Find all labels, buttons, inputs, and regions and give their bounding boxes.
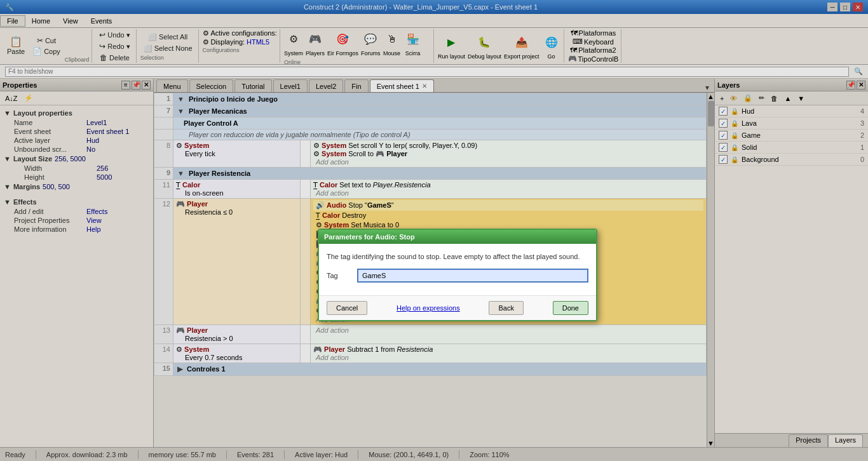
panel-close-btn[interactable]: ✕	[142, 81, 151, 90]
layout-size-header[interactable]: ▼ Layout Size 256, 5000	[4, 154, 149, 164]
delete-layer-button[interactable]: 🗑	[768, 93, 780, 104]
copy-button[interactable]: 📄 Copy	[29, 46, 64, 57]
system-button[interactable]: ⚙	[285, 29, 302, 50]
audio-obj[interactable]: Audio	[327, 201, 346, 209]
sort-az-button[interactable]: A↓Z	[3, 93, 20, 104]
layout-section-header[interactable]: ▼ Layout properties	[4, 108, 149, 118]
tab-projects[interactable]: Projects	[789, 434, 828, 447]
cut-button[interactable]: ✂ Cut	[29, 36, 64, 46]
dialog-cancel-button[interactable]: Cancel	[327, 301, 367, 315]
calor-obj[interactable]: Calor	[182, 181, 200, 189]
mouse-button[interactable]: 🖱	[383, 29, 401, 50]
system14-obj[interactable]: System	[184, 345, 209, 353]
redo-button[interactable]: ↪ Redo ▾	[96, 41, 133, 52]
tipocontrolb-item[interactable]: 🎮 TipoControlB	[568, 55, 619, 63]
menu-home[interactable]: Home	[25, 16, 57, 26]
tab-layers[interactable]: Layers	[828, 434, 863, 447]
eye-button[interactable]: 👁	[728, 93, 740, 104]
tab-seleccion[interactable]: Seleccion	[189, 79, 234, 92]
view-link[interactable]: View	[86, 217, 102, 224]
dialog-tag-input[interactable]	[357, 269, 588, 283]
move-down-layer-button[interactable]: ▼	[795, 93, 807, 104]
player-obj[interactable]: Player	[187, 200, 208, 208]
event-sheet-scrollbar[interactable]: ▲ ▼	[707, 93, 714, 447]
menu-view[interactable]: View	[57, 16, 85, 26]
expand-controles-btn[interactable]: ▶	[177, 365, 182, 373]
layer-game-visible[interactable]: ✓	[719, 131, 728, 140]
select-all-button[interactable]: ⬜ Select All	[140, 32, 196, 43]
menu-events[interactable]: Events	[85, 16, 119, 26]
add-layer-button[interactable]: +	[717, 93, 726, 104]
paste-button[interactable]: 📋 Paste	[4, 35, 28, 58]
keyboard-item[interactable]: ⌨ Keyboard	[573, 37, 614, 46]
panel-toolbar-btn1[interactable]: ≡	[121, 81, 130, 90]
hud-item[interactable]: 🗺 Plataformas	[571, 29, 616, 37]
eir-button[interactable]: 🎯	[333, 29, 352, 50]
layer-game-lock[interactable]: 🔒	[730, 131, 739, 140]
audio-action-row[interactable]: 🔊 Audio Stop "GameS"	[313, 200, 703, 211]
player13-obj[interactable]: Player	[187, 326, 208, 334]
add-action-btn[interactable]: Add action	[313, 157, 351, 167]
add-action-btn2[interactable]: Add action	[313, 188, 351, 198]
expand-resistencia-btn[interactable]: ▼	[177, 170, 184, 177]
layer-solid-lock[interactable]: 🔒	[730, 143, 739, 152]
undo-dropdown-icon[interactable]: ▾	[126, 31, 130, 39]
add-action-btn5[interactable]: Add action	[313, 352, 351, 363]
layer-item-lava[interactable]: ✓ 🔒 Lava 3	[715, 117, 868, 130]
plataforma2-item[interactable]: 🗺 Plataforma2	[570, 46, 616, 54]
layer-lava-lock[interactable]: 🔒	[730, 119, 739, 128]
scroll-down-btn[interactable]: ▼	[707, 439, 714, 447]
debug-layout-button[interactable]: 🐛	[475, 32, 494, 53]
layer-lava-visible[interactable]: ✓	[719, 119, 728, 128]
select-none-button[interactable]: ⬜ Select None	[140, 43, 196, 54]
tab-tutorial[interactable]: Tutorial	[234, 79, 271, 92]
scroll-thumb[interactable]	[708, 101, 714, 126]
edit-layer-button[interactable]: ✏	[756, 93, 767, 104]
layers-close-btn[interactable]: ✕	[857, 81, 865, 90]
tab-close-icon[interactable]: ✕	[422, 83, 427, 90]
dialog-done-button[interactable]: Done	[553, 301, 588, 315]
dialog-back-button[interactable]: Back	[489, 301, 523, 315]
layer-item-hud[interactable]: ✓ 🔒 Hud 4	[715, 105, 868, 117]
margins-header[interactable]: ▼ Margins 500, 500	[4, 182, 149, 192]
go-button[interactable]: 🌐	[542, 32, 561, 53]
layer-item-background[interactable]: ✓ 🔒 Background 0	[715, 154, 868, 166]
tab-menu[interactable]: Menu	[156, 79, 188, 92]
help-link[interactable]: Help	[86, 225, 101, 233]
effects-section-header[interactable]: ▼ Effects	[4, 197, 149, 207]
tab-fin[interactable]: Fin	[344, 79, 368, 92]
layer-hud-lock[interactable]: 🔒	[730, 107, 739, 116]
layer-hud-visible[interactable]: ✓	[719, 107, 728, 116]
calor-d-obj[interactable]: Calor	[322, 211, 340, 219]
system-m-obj[interactable]: System	[324, 221, 349, 229]
tab-event-sheet-1[interactable]: Event sheet 1 ✕	[370, 79, 434, 92]
address-input[interactable]	[5, 67, 849, 77]
undo-button[interactable]: ↩ Undo ▾	[96, 30, 133, 41]
expand-mecanicas-btn[interactable]: ▼	[177, 107, 184, 115]
scirra-button[interactable]: 🏪	[403, 29, 423, 50]
close-button[interactable]: ✕	[853, 3, 863, 11]
move-up-layer-button[interactable]: ▲	[782, 93, 794, 104]
sort-button[interactable]: ⚡	[22, 93, 36, 104]
tab-level1[interactable]: Level1	[273, 79, 308, 92]
layer-item-game[interactable]: ✓ 🔒 Game 2	[715, 130, 868, 142]
effects-link[interactable]: Effects	[86, 208, 107, 215]
lock-button[interactable]: 🔒	[741, 93, 755, 104]
maximize-button[interactable]: □	[840, 3, 850, 11]
layer-item-solid[interactable]: ✓ 🔒 Solid 1	[715, 142, 868, 154]
dialog-help-link[interactable]: Help on expressions	[397, 304, 460, 312]
forums-button[interactable]: 💬	[361, 29, 380, 50]
condition-obj[interactable]: System	[184, 142, 209, 149]
action-obj[interactable]: System	[322, 142, 346, 149]
group-expand-btn[interactable]: ▼	[177, 95, 184, 103]
delete-button[interactable]: 🗑 Delete	[96, 53, 133, 63]
players-button[interactable]: 🎮	[306, 29, 325, 50]
layer-bg-lock[interactable]: 🔒	[730, 155, 739, 164]
export-project-button[interactable]: 📤	[512, 32, 531, 53]
tabs-overflow-arrow[interactable]: ▾	[703, 83, 712, 92]
tab-level2[interactable]: Level2	[309, 79, 343, 92]
menu-file[interactable]: File	[0, 15, 25, 27]
panel-pin-btn[interactable]: 📌	[132, 81, 140, 90]
scroll-up-btn[interactable]: ▲	[707, 93, 714, 100]
layers-pin-btn[interactable]: 📌	[846, 81, 855, 90]
